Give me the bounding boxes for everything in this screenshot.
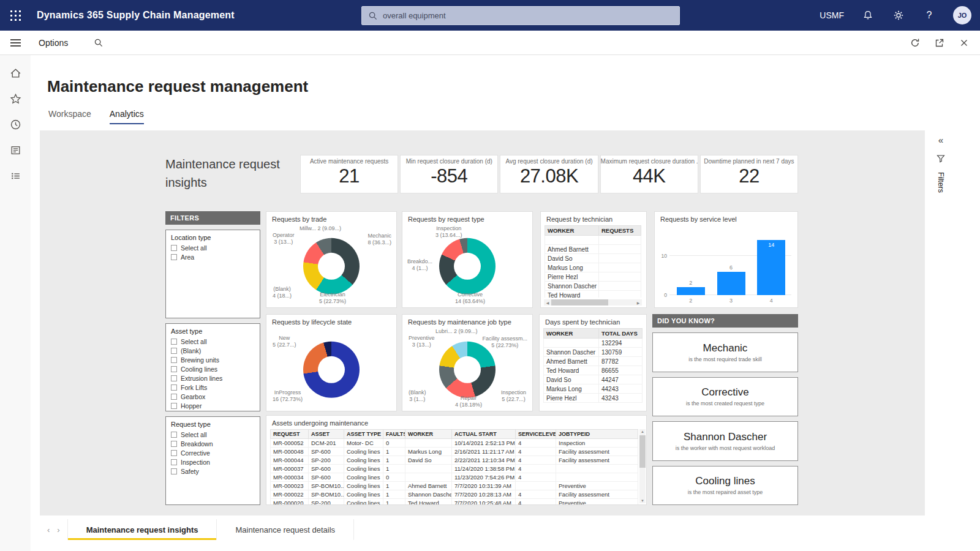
notifications-button[interactable] [861,9,875,22]
card-requests-by-service-level[interactable]: Requests by service level 0102263144 [654,211,798,308]
checkbox[interactable] [171,468,177,474]
column-header-asset[interactable]: ASSET [309,430,344,439]
table-row[interactable]: Ted Howard86655 [544,366,643,375]
card-requests-by-trade[interactable]: Requests by trade Mechanic8 (36.3...)Ele… [266,211,397,308]
checkbox[interactable] [171,339,177,345]
nav-home-button[interactable] [5,62,26,83]
table-row[interactable]: MR-000044SP-200Cooling lines1David So2/2… [271,456,638,465]
nav-menu-toggle-button[interactable] [0,37,31,48]
kpi-card-min-request-closure-duration-d[interactable]: Min request closure duration (d)-854 [400,155,498,193]
column-header-request[interactable]: REQUEST [271,430,309,439]
checkbox[interactable] [171,366,177,372]
kpi-card-downtime-planned-in-next-7-days[interactable]: Downtime planned in next 7 days22 [700,155,798,193]
scroll-right-icon[interactable]: ▶ [635,301,642,305]
table-row[interactable]: Ahmed Barnett87782 [544,357,643,366]
table-row[interactable]: MR-000037SP-600Cooling lines1 11/24/2020… [271,465,638,473]
card-requests-by-request-type[interactable]: Requests by request type Corrective14 (6… [402,211,533,308]
scrollbar-thumb[interactable] [639,435,646,468]
report-page-tab-maintenance-request-details[interactable]: Maintenance request details [217,519,354,540]
app-launcher-button[interactable] [0,0,31,31]
table-row[interactable]: MR-000022SP-BOM10...Cooling lines1Shanno… [271,490,638,499]
table-row[interactable] [545,236,641,245]
nav-workspaces-button[interactable] [5,140,26,160]
table-row[interactable]: Shannon Dascher [545,282,641,291]
table-row[interactable]: Pierre Hezl [545,272,641,282]
card-request-by-technician[interactable]: Request by technician WORKERREQUESTS Ahm… [540,211,647,308]
bar[interactable] [757,240,785,295]
table-row[interactable]: Ted Howard [545,291,641,298]
table-row[interactable]: 132294 [544,339,643,348]
column-header-requests[interactable]: REQUESTS [599,226,641,236]
card-assets-undergoing-maintenance[interactable]: Assets undergoing maintenance REQUESTASS… [266,415,647,505]
options-menu[interactable]: Options [39,38,68,48]
checkbox[interactable] [171,384,177,391]
column-header-faults[interactable]: FAULTS [383,430,405,439]
column-header-jobtypeid[interactable]: JOBTYPEID [556,430,638,439]
tab-analytics[interactable]: Analytics [110,109,144,124]
table-row[interactable]: MR-000052DCM-201Motor- DC0 10/14/2021 2:… [271,439,638,448]
card-requests-by-lifecycle-state[interactable]: Requests by lifecycle state InProgress16… [266,314,397,411]
page-next-button[interactable]: › [57,525,59,534]
global-search-box[interactable] [361,6,680,25]
filter-option-breakdown[interactable]: Breakdown [171,440,255,448]
refresh-button[interactable] [909,37,921,49]
checkbox[interactable] [171,254,177,260]
close-button[interactable] [958,37,970,49]
filter-option-select-all[interactable]: Select all [171,244,255,252]
help-button[interactable]: ? [922,9,936,22]
table-row[interactable]: David So44247 [544,375,643,384]
column-header-actual-start[interactable]: ACTUAL START [452,430,516,439]
company-selector[interactable]: USMF [820,10,844,20]
checkbox[interactable] [171,432,177,438]
table-row[interactable]: MR-000034SP-600Cooling lines0 11/23/2020… [271,473,638,482]
kpi-card-avg-request-closure-duration-d[interactable]: Avg request closure duration (d)27.08K [500,155,598,193]
column-header-worker[interactable]: WORKER [545,226,599,236]
column-header-asset-type[interactable]: ASSET TYPE [344,430,383,439]
table-row[interactable]: MR-000023SP-BOM10...Cooling lines1Ahmed … [271,482,638,490]
page-prev-button[interactable]: ‹ [47,525,50,534]
filter-option-fork-lifts[interactable]: Fork Lifts [171,384,255,391]
card-requests-by-maintenance-job-type[interactable]: Requests by maintenance job type Facilit… [402,314,533,411]
expand-filters-pane-icon[interactable]: « [938,135,943,145]
checkbox[interactable] [171,375,177,381]
filter-option-inspection[interactable]: Inspection [171,459,255,466]
filter-option-corrective[interactable]: Corrective [171,449,255,457]
kpi-card-maximum-request-closure-duration[interactable]: Maximum request closure duration ...44K [600,155,698,193]
table-row[interactable]: Pierre Hezl43243 [544,394,643,403]
table-row[interactable]: MR-000048SP-600Cooling lines1Markus Long… [271,448,638,456]
filter-option-hopper[interactable]: Hopper [171,402,255,410]
filter-option-gearbox[interactable]: Gearbox [171,393,255,400]
account-avatar[interactable]: JO [953,6,971,24]
table-row[interactable]: Ahmed Barnett [545,245,641,254]
horizontal-scrollbar[interactable]: ◀ ▶ [544,299,642,305]
checkbox[interactable] [171,357,177,363]
checkbox[interactable] [171,394,177,400]
filter-option-select-all[interactable]: Select all [171,338,255,345]
filter-option-select-all[interactable]: Select all [171,431,255,438]
command-search-button[interactable] [94,38,104,48]
filter-option-cooling-lines[interactable]: Cooling lines [171,365,255,373]
nav-favorites-button[interactable] [5,88,26,109]
settings-button[interactable] [892,9,905,22]
kpi-card-active-maintenance-requests[interactable]: Active maintenance requests21 [300,155,398,193]
bar[interactable] [677,287,705,295]
scroll-left-icon[interactable]: ◀ [544,301,551,305]
filter-option-safety[interactable]: Safety [171,468,255,475]
checkbox[interactable] [171,450,177,456]
nav-modules-button[interactable] [5,165,26,186]
tab-workspace[interactable]: Workspace [48,109,91,124]
card-days-spent-by-technician[interactable]: Days spent by technician WORKERTOTAL DAY… [539,314,647,411]
checkbox[interactable] [171,459,177,465]
filter-option-area[interactable]: Area [171,253,255,261]
table-row[interactable]: David So [545,254,641,263]
checkbox[interactable] [171,441,177,447]
scroll-up-icon[interactable]: ▲ [639,430,646,433]
filters-funnel-icon[interactable] [936,154,946,163]
column-header-servicelevel[interactable]: SERVICELEVEL [516,430,556,439]
column-header-worker[interactable]: WORKER [405,430,452,439]
search-input[interactable] [383,11,673,20]
column-header-total-days[interactable]: TOTAL DAYS [599,329,643,339]
filter-option-blank[interactable]: (Blank) [171,347,255,354]
scroll-down-icon[interactable]: ▼ [639,499,646,503]
bar[interactable] [717,272,745,295]
